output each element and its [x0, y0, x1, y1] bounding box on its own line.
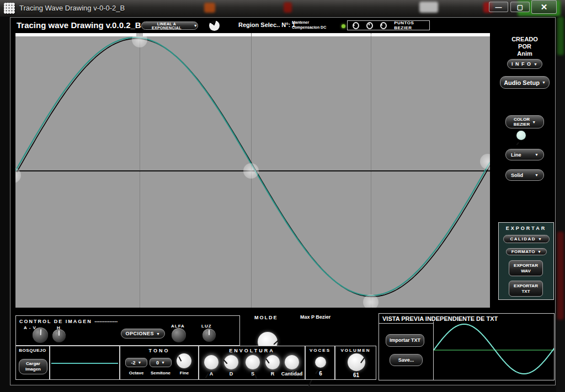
minimize-button[interactable]: —	[489, 2, 508, 12]
chevron-down-icon: ▼	[194, 24, 198, 28]
chevron-down-icon: ▼	[538, 237, 542, 241]
bezier-handle-2[interactable]	[243, 163, 259, 179]
luz-knob[interactable]	[202, 329, 216, 342]
fine-knob[interactable]	[177, 353, 191, 368]
bosquejo-title: BOSQUEJO	[16, 348, 49, 353]
fine-label: Fine	[170, 370, 198, 375]
phase-knob-icon[interactable]	[209, 20, 220, 31]
line-style-dropdown[interactable]: Line▼	[505, 149, 544, 160]
formato-dropdown[interactable]: FORMATO▼	[506, 248, 547, 255]
info-button[interactable]: I N F O▼	[507, 59, 542, 69]
bezier-knob-2[interactable]	[366, 22, 373, 29]
mode-dropdown[interactable]: LINEAL A EXPONENCIAL▼	[141, 22, 198, 30]
decay-label: D	[225, 371, 238, 377]
voces-panel: VOCES 6	[305, 346, 335, 380]
decay-knob[interactable]	[224, 355, 238, 369]
desktop-edge	[556, 17, 565, 392]
chevron-down-icon: ▼	[535, 153, 539, 157]
calidad-dropdown[interactable]: CALIDAD▼	[503, 235, 550, 243]
dc-compensation-label: MantenerCompensacion DC	[292, 20, 326, 30]
window-title: Tracing Wave Drawing v-0-0-2_B	[19, 4, 125, 12]
attack-label: A	[205, 371, 218, 377]
color-bezier-dropdown[interactable]: COLORBEZIER ▼	[505, 115, 544, 128]
puntos-bezier-label: PUNTOS BEZIER	[394, 20, 429, 30]
volumen-value: 61	[335, 372, 377, 378]
dc-led-indicator[interactable]	[342, 24, 345, 28]
desktop-artifact	[284, 2, 292, 13]
os-titlebar: Tracing Wave Drawing v-0-0-2_B — ▢ ✕	[0, 0, 565, 17]
desktop-artifact	[557, 17, 564, 55]
bezier-color-knob[interactable]	[516, 131, 526, 140]
chevron-down-icon: ▼	[535, 173, 539, 177]
chevron-down-icon: ▼	[532, 120, 536, 125]
fill-style-dropdown[interactable]: Solid▼	[505, 169, 544, 181]
bezier-knob-3[interactable]	[380, 22, 387, 29]
sketch-preview-strip[interactable]	[50, 346, 120, 380]
av-knob[interactable]	[33, 327, 48, 343]
release-label: R	[266, 371, 279, 377]
desktop-artifact	[204, 3, 215, 13]
txt-preview-box	[433, 321, 554, 380]
desktop-artifact	[557, 232, 564, 320]
molde-label: MOLDE	[254, 315, 278, 320]
desktop-artifact	[419, 2, 438, 13]
cargar-imagen-button[interactable]: CargarImagen	[19, 359, 47, 374]
preview-waveform	[434, 321, 554, 380]
chevron-down-icon: ▼	[542, 80, 546, 84]
opciones-dropdown[interactable]: OPCIONES▼	[121, 329, 165, 339]
bezier-handle-3[interactable]	[363, 294, 379, 308]
wave-canvas[interactable]	[15, 33, 490, 308]
bezier-knob-1[interactable]	[353, 22, 359, 29]
chevron-down-icon: ▼	[161, 361, 165, 364]
app-icon	[4, 3, 15, 14]
control-imagen-title: CONTROL DE IMAGEN --------------	[19, 319, 118, 324]
credit-text: CREADOPORAnim	[499, 36, 550, 57]
cantidad-knob[interactable]	[285, 355, 299, 369]
volumen-title: VOLUMEN	[335, 348, 376, 353]
volumen-knob[interactable]	[348, 353, 365, 371]
voces-title: VOCES	[306, 348, 334, 353]
exportar-panel: EXPORTAR CALIDAD▼ FORMATO▼ EXPORTARWAV E…	[498, 222, 554, 300]
sketch-line	[51, 363, 118, 364]
release-knob[interactable]	[265, 355, 280, 369]
voces-value: 6	[306, 370, 335, 377]
bosquejo-panel: BOSQUEJO CargarImagen	[15, 346, 50, 380]
puntos-bezier-group: PUNTOS BEZIER	[347, 20, 430, 30]
screen: Tracing Wave Drawing v-0-0-2_B — ▢ ✕ Tra…	[0, 0, 565, 392]
vista-previa-panel: VISTA PREVIA INDEPENDIENTE DE TXT Import…	[379, 313, 555, 380]
octave-dropdown[interactable]: -2▼	[125, 358, 147, 367]
h-knob[interactable]	[52, 329, 66, 342]
chevron-down-icon: ▼	[537, 250, 541, 254]
app-title: Tracing wave Drawing v.0.0.2_B	[17, 20, 141, 30]
close-button[interactable]: ✕	[531, 0, 557, 14]
maximize-button[interactable]: ▢	[510, 2, 530, 12]
cantidad-label: Cantidad	[280, 371, 304, 377]
control-imagen-panel: CONTROL DE IMAGEN -------------- A - V H…	[15, 315, 240, 346]
volumen-panel: VOLUMEN 61	[335, 346, 376, 380]
octave-label: Octave	[122, 370, 150, 375]
semitone-dropdown[interactable]: 0▼	[150, 358, 172, 367]
region-select-label: Region Selec.. N°: 1	[238, 22, 295, 28]
exportar-txt-button[interactable]: EXPORTARTXT	[509, 281, 543, 297]
envoltura-panel: ENVOLTURA A D S R Cantidad	[199, 346, 305, 380]
sustain-knob[interactable]	[246, 355, 260, 369]
exportar-title: EXPORTAR	[499, 225, 553, 231]
chevron-down-icon: ▼	[138, 361, 142, 364]
chevron-down-icon: ▼	[534, 62, 538, 66]
sustain-label: S	[246, 371, 259, 377]
alfa-knob[interactable]	[172, 328, 186, 342]
importar-txt-button[interactable]: Importar TXT	[386, 334, 424, 347]
tono-title: TONO	[120, 348, 198, 353]
tono-panel: TONO -2▼ Octave 0▼ Semitone Fine	[120, 346, 199, 380]
envoltura-title: ENVOLTURA	[199, 348, 305, 353]
audio-setup-button[interactable]: Audio Setup▼	[500, 76, 550, 89]
voces-knob[interactable]	[315, 357, 326, 368]
maxp-bezier-label: Max P Bezier	[300, 314, 331, 320]
chevron-down-icon: ▼	[156, 332, 160, 336]
save-button[interactable]: Save...	[390, 354, 423, 366]
exportar-wav-button[interactable]: EXPORTARWAV	[509, 260, 543, 276]
attack-knob[interactable]	[204, 355, 218, 369]
luz-label: LUZ	[201, 324, 212, 329]
